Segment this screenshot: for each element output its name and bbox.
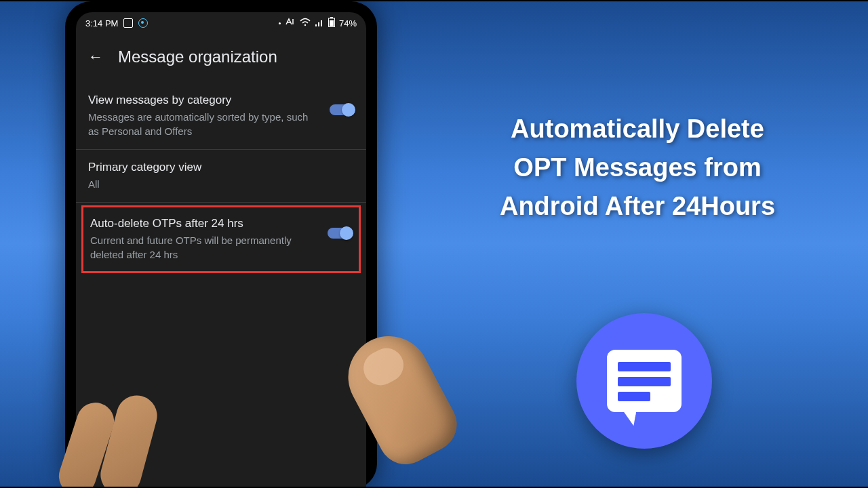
toggle-auto-delete-otp[interactable]: [328, 228, 352, 239]
phone-device-frame: 3:14 PM 74% ← Message organization View …: [65, 1, 377, 488]
status-time: 3:14 PM: [85, 18, 118, 28]
svg-point-0: [304, 24, 306, 25]
screen-title: Message organization: [118, 47, 277, 66]
svg-rect-3: [330, 20, 334, 26]
messages-app-badge: [576, 313, 712, 449]
status-right-cluster: 74%: [279, 17, 357, 29]
volte-icon: [285, 18, 296, 29]
back-arrow-icon[interactable]: ←: [88, 48, 103, 66]
setting-value-primary-view: All: [88, 177, 354, 191]
screen-header: ← Message organization: [76, 34, 366, 83]
promo-line-1: Automatically Delete: [434, 110, 841, 148]
toggle-view-by-category[interactable]: [330, 104, 354, 115]
battery-icon: [328, 17, 335, 29]
status-bar: 3:14 PM 74%: [76, 12, 366, 34]
setting-desc-category: Messages are automatically sorted by typ…: [88, 110, 320, 138]
battery-percent: 74%: [339, 18, 357, 28]
promo-line-2: OPT Messages from: [434, 148, 841, 187]
wifi-icon: [300, 18, 311, 29]
highlight-auto-delete-box: Auto-delete OTPs after 24 hrs Current an…: [81, 205, 361, 273]
notification-sync-icon: [138, 18, 148, 28]
setting-desc-auto-delete: Current and future OTPs will be permanen…: [90, 233, 318, 262]
phone-screen: 3:14 PM 74% ← Message organization View …: [76, 12, 366, 488]
status-left-cluster: 3:14 PM: [85, 18, 148, 28]
setting-title-category: View messages by category: [88, 94, 320, 107]
setting-auto-delete-otp[interactable]: Auto-delete OTPs after 24 hrs Current an…: [83, 207, 359, 271]
promo-headline: Automatically Delete OPT Messages from A…: [434, 110, 841, 226]
setting-view-by-category[interactable]: View messages by category Messages are a…: [76, 83, 366, 150]
chat-bubble-icon: [607, 350, 682, 412]
setting-title-auto-delete: Auto-delete OTPs after 24 hrs: [90, 217, 318, 230]
signal-icon: [315, 18, 324, 28]
setting-primary-category-view[interactable]: Primary category view All: [76, 150, 366, 203]
setting-title-primary-view: Primary category view: [88, 161, 354, 174]
status-dot-icon: [279, 22, 281, 24]
notification-app-icon: [123, 18, 133, 28]
promo-line-3: Android After 24Hours: [434, 187, 841, 226]
